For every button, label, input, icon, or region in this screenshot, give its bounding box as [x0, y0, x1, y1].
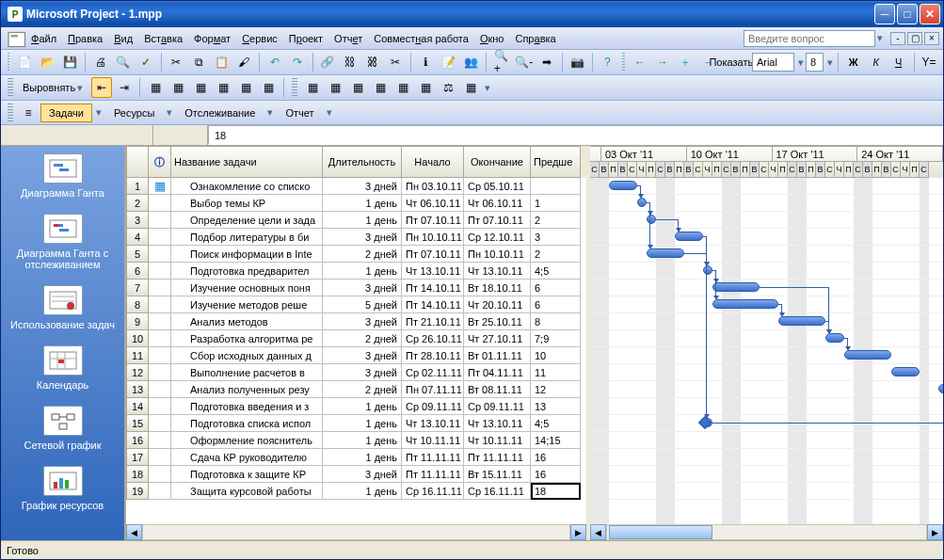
- timescale-day[interactable]: П: [675, 162, 684, 178]
- row-header[interactable]: 13: [126, 381, 149, 398]
- toolbar-grip[interactable]: [622, 53, 624, 72]
- cell-info[interactable]: [149, 280, 171, 296]
- cell-duration[interactable]: 1 день: [323, 212, 402, 229]
- tool-icon[interactable]: ⚖: [438, 77, 458, 98]
- cell-duration[interactable]: 1 день: [323, 483, 402, 500]
- bold-button[interactable]: Ж: [843, 52, 864, 72]
- print-preview-button[interactable]: 🔍: [113, 52, 134, 72]
- gantt-timescale[interactable]: 03 Окт '1110 Окт '1117 Окт '1124 Окт '11…: [590, 146, 943, 178]
- timescale-day[interactable]: С: [694, 162, 703, 178]
- cell-finish[interactable]: Чт 13.10.11: [464, 415, 531, 432]
- tab-tasks[interactable]: Задачи: [40, 104, 92, 122]
- table-row[interactable]: 19 Защита курсовой работы 1 день Ср 16.1…: [126, 483, 586, 500]
- maximize-button[interactable]: □: [897, 4, 918, 24]
- entry-buttons[interactable]: [153, 125, 208, 145]
- cell-duration[interactable]: 1 день: [323, 398, 402, 415]
- gantt-row[interactable]: [590, 398, 943, 415]
- gantt-row[interactable]: [590, 364, 943, 381]
- cell-predecessors[interactable]: 11: [531, 364, 581, 381]
- cell-start[interactable]: Ср 26.10.11: [402, 330, 464, 347]
- cell-name[interactable]: Подготовка к защите КР: [171, 466, 323, 483]
- indent-button[interactable]: ⇥: [114, 77, 135, 98]
- timescale-day[interactable]: С: [825, 162, 835, 178]
- cell-predecessors[interactable]: 1: [531, 195, 581, 212]
- col-start[interactable]: Начало: [402, 146, 464, 178]
- row-header[interactable]: 9: [126, 313, 149, 330]
- toolbar-grip[interactable]: [8, 104, 13, 122]
- cell-start[interactable]: Ср 16.11.11: [402, 483, 464, 500]
- tool-icon[interactable]: ▦: [415, 77, 436, 98]
- nav-fwd-button[interactable]: →: [652, 52, 673, 72]
- outdent-button[interactable]: ⇤: [91, 77, 112, 98]
- minimize-button[interactable]: ─: [874, 4, 895, 24]
- help-button[interactable]: ?: [597, 52, 617, 72]
- cell-name[interactable]: Выполнение расчетов в: [171, 364, 323, 381]
- cell-predecessors[interactable]: 3: [531, 229, 581, 246]
- table-row[interactable]: 18 Подготовка к защите КР 3 дней Пт 11.1…: [126, 466, 586, 483]
- cell-info[interactable]: ▦: [149, 178, 171, 195]
- cell-info[interactable]: [149, 296, 171, 313]
- save-button[interactable]: 💾: [59, 52, 80, 72]
- cell-predecessors[interactable]: 7;9: [531, 330, 581, 347]
- timescale-day[interactable]: С: [920, 162, 929, 178]
- gantt-bar[interactable]: [778, 316, 825, 326]
- cell-finish[interactable]: Вт 08.11.11: [464, 381, 531, 398]
- table-row[interactable]: 17 Сдача КР руководителю 1 день Пт 11.11…: [126, 449, 586, 466]
- timescale-day[interactable]: В: [863, 162, 872, 178]
- cell-duration[interactable]: 5 дней: [323, 296, 402, 313]
- cell-finish[interactable]: Ср 09.11.11: [464, 398, 531, 415]
- timescale-day[interactable]: Ч: [637, 162, 647, 178]
- autofilter-button[interactable]: Y=: [919, 52, 939, 72]
- cell-name[interactable]: Сдача КР руководителю: [171, 449, 323, 466]
- row-header[interactable]: 18: [126, 466, 149, 483]
- cell-info[interactable]: [149, 229, 171, 246]
- table-row[interactable]: 13 Анализ полученных резу 2 дней Пн 07.1…: [126, 381, 586, 398]
- cell-info[interactable]: [149, 330, 171, 347]
- cell-predecessors[interactable]: 10: [531, 347, 581, 364]
- cell-predecessors[interactable]: 2: [531, 246, 581, 263]
- redo-button[interactable]: ↷: [287, 52, 308, 72]
- cell-predecessors[interactable]: 16: [531, 449, 581, 466]
- cell-duration[interactable]: 3 дней: [323, 178, 402, 195]
- toolbar-grip[interactable]: [292, 78, 297, 97]
- cell-finish[interactable]: Пт 04.11.11: [464, 364, 531, 381]
- task-info-button[interactable]: ℹ: [415, 52, 436, 72]
- cell-predecessors[interactable]: [531, 178, 581, 195]
- cell-finish[interactable]: Вт 15.11.11: [464, 466, 531, 483]
- cell-finish[interactable]: Пт 11.11.11: [464, 449, 531, 466]
- ask-dropdown-icon[interactable]: ▾: [877, 32, 885, 44]
- table-row[interactable]: 11 Сбор исходных данных д 3 дней Пт 28.1…: [126, 347, 586, 364]
- gantt-bar[interactable]: [712, 299, 778, 309]
- table-row[interactable]: 5 Поиск информации в Inte 2 дней Пт 07.1…: [126, 246, 586, 263]
- cell-finish[interactable]: Ср 05.10.11: [464, 178, 531, 195]
- menu-tools[interactable]: Сервис: [236, 30, 283, 47]
- menu-project[interactable]: Проект: [283, 30, 328, 47]
- cell-info[interactable]: [149, 466, 171, 483]
- sidebar-item[interactable]: Сетевой график: [1, 398, 124, 458]
- table-row[interactable]: 9 Анализ методов 3 дней Пт 21.10.11 Вт 2…: [126, 313, 586, 330]
- cell-duration[interactable]: 2 дней: [323, 246, 402, 263]
- cell-duration[interactable]: 3 дней: [323, 313, 402, 330]
- timescale-day[interactable]: С: [854, 162, 863, 178]
- font-size-combo[interactable]: 8: [806, 53, 824, 72]
- cell-start[interactable]: Чт 06.10.11: [402, 195, 464, 212]
- spellcheck-button[interactable]: ✓: [136, 52, 156, 72]
- cell-predecessors[interactable]: 4;5: [531, 415, 581, 432]
- underline-button[interactable]: Ч: [888, 52, 909, 72]
- timescale-day[interactable]: П: [844, 162, 854, 178]
- cell-duration[interactable]: 1 день: [323, 449, 402, 466]
- cell-predecessors[interactable]: 13: [531, 398, 581, 415]
- menu-file[interactable]: Файл: [25, 30, 62, 47]
- cell-info[interactable]: [149, 381, 171, 398]
- timescale-day[interactable]: Ч: [769, 162, 778, 178]
- sidebar-item[interactable]: Диаграмма Ганта: [1, 146, 124, 206]
- col-predecessors[interactable]: Предше: [531, 146, 581, 178]
- scroll-left-button[interactable]: ◀: [126, 524, 142, 540]
- close-button[interactable]: ✕: [920, 4, 940, 24]
- row-header[interactable]: 12: [126, 364, 149, 381]
- split-task-button[interactable]: ✂: [385, 52, 406, 72]
- cell-finish[interactable]: Ср 12.10.11: [464, 229, 531, 246]
- timescale-day[interactable]: С: [722, 162, 731, 178]
- cell-name[interactable]: Подготовка списка испол: [171, 415, 323, 432]
- row-header[interactable]: 4: [126, 229, 149, 246]
